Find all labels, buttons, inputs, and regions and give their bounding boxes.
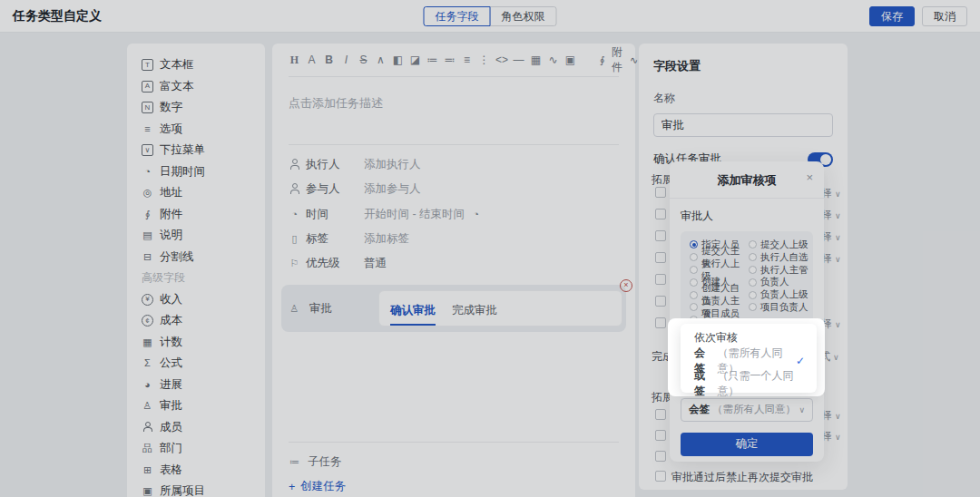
dropdown-item[interactable]: 或签（只需一个人同意）: [681, 372, 817, 395]
dim-overlay: [0, 0, 980, 497]
dropdown-item-note: （只需一个人同意）: [717, 368, 805, 399]
dropdown-item-label: 或签: [694, 368, 713, 399]
check-icon: ✓: [796, 355, 805, 367]
task-type-custom-page: 任务类型自定义 任务字段角色权限 保存 取消 T文本框A富文本N数字≡选项∨下拉…: [0, 0, 980, 497]
dropdown-item-label: 依次审核: [694, 330, 738, 346]
approval-method-dropdown: 依次审核会签（需所有人同意）✓或签（只需一个人同意）: [681, 324, 817, 393]
